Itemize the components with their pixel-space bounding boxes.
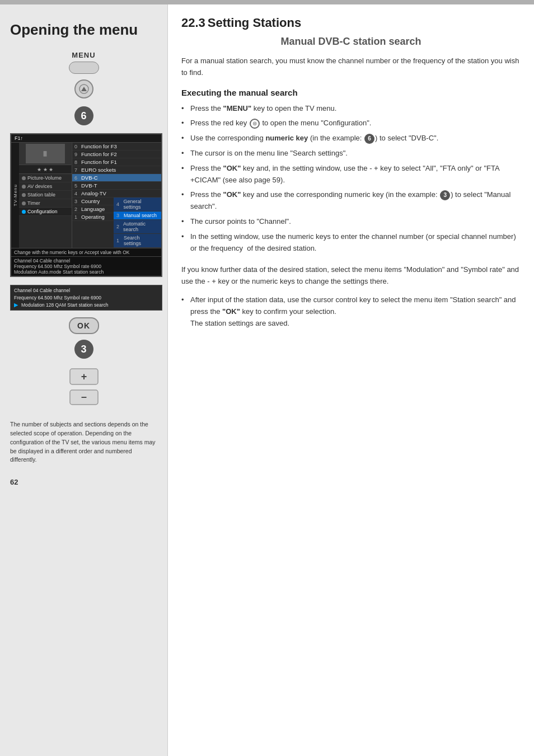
ok-button[interactable]: OK	[69, 317, 99, 334]
bullet-2: Press the red key ⊛ to open the menu "Co…	[181, 118, 521, 129]
tv-row-7-num: 7	[74, 167, 81, 173]
arrow-icon	[79, 84, 89, 94]
tv-function-rows: 0Function for F3 9Function for F2 8Funct…	[72, 143, 161, 248]
tv-side-item-station: Station table	[19, 191, 72, 199]
badge-3-inline: 3	[440, 190, 450, 200]
tv-bottom-note: Change with the numeric keys or Accept v…	[11, 248, 161, 256]
tv-side-label-picture: Picture-Volume	[27, 175, 62, 181]
tv-status2-mod: Modulation 128 QAM Start station search	[21, 302, 108, 309]
page: Opening the menu MENU 6 F1↑	[0, 0, 534, 756]
bullet-1: Press the "MENU" key to open the TV menu…	[181, 103, 521, 115]
tv-row-6-num: 6	[74, 175, 81, 181]
tv-status2-freq: Frequency 64.500 Mhz Symbol rate 6900	[14, 294, 101, 302]
tv-change-note: Change with the numeric keys or Accept v…	[14, 250, 158, 255]
tv-menu-topbar: F1↑	[11, 134, 161, 143]
executing-heading: Executing the manual search	[181, 88, 521, 97]
numeric-key-label: numeric key	[265, 134, 308, 142]
tv-row-7-lbl: EURO sockets	[81, 167, 159, 173]
header-bar	[0, 0, 534, 4]
tv-right-num-3: 3	[116, 213, 122, 218]
tv-right-item-1: 1Search settings	[114, 234, 161, 248]
tv-right-submenu: 4General settings 3Manual search 2Automa…	[114, 198, 161, 248]
number3-area: 3	[10, 340, 157, 359]
tv-dot-av	[22, 185, 26, 189]
plusminus-area: + –	[10, 368, 157, 407]
tv-status-mod: Modulation Auto.mode Start station searc…	[14, 269, 158, 275]
bullet-7: The cursor points to "Channel".	[181, 216, 521, 228]
badge-6-inline: 6	[364, 134, 374, 144]
tv-row-8-lbl: Function for F1	[81, 159, 159, 165]
ok-key-label2: "OK"	[223, 190, 241, 199]
number3-badge: 3	[74, 340, 93, 359]
section-title-text: Setting Stations	[208, 16, 301, 30]
ok-key-label3: "OK"	[222, 307, 240, 316]
menu-key-label: "MENU"	[223, 104, 252, 112]
tv-right-item-3: 3Manual search	[114, 212, 161, 220]
tv-row-5-lbl: DVB-T	[81, 182, 159, 189]
tv-row-0-num: 0	[74, 144, 81, 149]
tv-status2-channel: Channel 04 Cable channel	[14, 287, 70, 294]
tv-row-4: 4 Analog-TV	[72, 190, 161, 198]
section-header: 22.3 Setting Stations	[181, 16, 521, 30]
tv-dot-station	[22, 193, 26, 197]
tv-stars-row: ★ ★ ★	[19, 165, 72, 174]
tv-row-1-lbl: Operating	[81, 214, 111, 220]
tv-menu-text: TV-Menu	[13, 184, 18, 206]
ok-key-label1: "OK"	[223, 164, 241, 172]
arrow-button[interactable]	[74, 79, 93, 98]
bullet-3: Use the corresponding numeric key (in th…	[181, 133, 521, 144]
tv-image-icon: ▐▌	[42, 151, 48, 156]
tv-row-9-lbl: Function for F2	[81, 151, 159, 157]
bullet-9: After input of the station data, use the…	[181, 294, 521, 329]
tv-side-nav: ▐▌ ★ ★ ★ Picture-Volume AV devices	[19, 143, 72, 248]
bottom-note: The number of subjects and sections depe…	[10, 420, 157, 464]
tv-menu-screenshot: F1↑ TV-Menu ▐▌ ★ ★ ★	[10, 133, 162, 277]
plusminus-svg: + –	[67, 368, 101, 407]
tv-side-item-av: AV devices	[19, 182, 72, 191]
red-key-icon: ⊛	[250, 119, 260, 129]
tv-side-label-timer: Timer	[27, 200, 40, 206]
tv-side-label-av: AV devices	[27, 184, 52, 189]
svg-text:+: +	[81, 371, 87, 382]
tv-dot-timer	[22, 201, 26, 205]
bullet-6: Press the "OK" key and use the correspon…	[181, 189, 521, 213]
tv-right-num-2: 2	[116, 224, 121, 229]
tv-image-area: ▐▌	[19, 143, 71, 165]
tv-row-3-num: 3	[74, 199, 81, 204]
tv-right-num-4: 4	[116, 201, 122, 207]
tv-row-6: 6DVB-C	[72, 174, 161, 182]
tv-dot-config	[22, 210, 26, 214]
ok-button-area: OK	[10, 317, 157, 334]
section-number: 22.3	[181, 16, 205, 30]
tv-right-num-1: 1	[116, 238, 122, 243]
tv-row-8-num: 8	[74, 159, 81, 165]
svg-text:–: –	[81, 391, 86, 402]
tv-row-3-lbl: Country	[81, 198, 111, 204]
menu-btn-shape[interactable]	[69, 62, 99, 74]
tv-menu-main: TV-Menu ▐▌ ★ ★ ★ Picture-Volum	[11, 143, 161, 248]
menu-button-area: MENU	[10, 51, 157, 74]
tv-row-0-lbl: Function for F3	[81, 143, 159, 149]
tv-row-5: 5DVB-T	[72, 182, 161, 190]
tv-side-item-config: Configuration	[19, 208, 72, 216]
tv-side-label-config: Configuration	[27, 209, 58, 214]
tv-stars: ★ ★ ★	[37, 167, 53, 172]
tv-status-box2: Channel 04 Cable channel Frequency 64.50…	[10, 285, 162, 311]
tv-side-item-picture: Picture-Volume	[19, 174, 72, 182]
tv-status2-row2: Frequency 64.500 Mhz Symbol rate 6900	[14, 294, 158, 302]
tv-side-item-timer: Timer	[19, 199, 72, 208]
bullet-5: Press the "OK" key and, in the setting w…	[181, 163, 521, 186]
bullet-8: In the setting window, use the numeric k…	[181, 231, 521, 255]
arrow-button-area	[10, 79, 157, 98]
tv-submenu-area: 3Country 2Language 1Operating 4General s…	[72, 198, 161, 248]
tv-row-2-lbl: Language	[81, 206, 111, 212]
tv-row-5-num: 5	[74, 183, 81, 189]
bullet-list-main: Press the "MENU" key to open the TV menu…	[181, 103, 521, 258]
section-title-left: Opening the menu	[10, 21, 138, 39]
saved-note: The station settings are saved.	[190, 319, 289, 327]
tv-status-freq: Frequency 64.500 Mhz Symbol rate 6900	[14, 264, 158, 269]
tv-row-4-num: 4	[74, 191, 81, 196]
tv-row-8: 8Function for F1	[72, 158, 161, 166]
tv-dot-picture	[22, 176, 26, 180]
tv-country-row: 3Country 2Language 1Operating	[72, 198, 114, 248]
